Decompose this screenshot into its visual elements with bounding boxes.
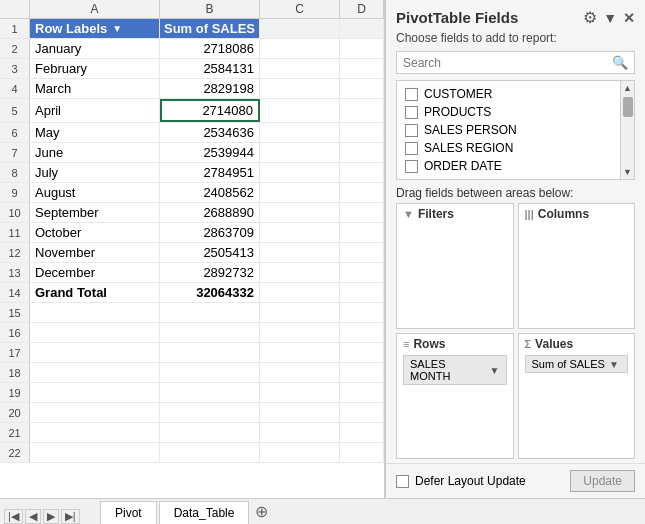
- cell-d: [340, 223, 384, 242]
- col-header-a[interactable]: A: [30, 0, 160, 18]
- cell-d: [340, 203, 384, 222]
- row-num: 21: [0, 423, 30, 442]
- cell-b-empty: [160, 363, 260, 382]
- filters-label: Filters: [418, 207, 454, 221]
- field-item[interactable]: SALES PERSON: [401, 121, 630, 139]
- scroll-thumb[interactable]: [623, 97, 633, 117]
- sales-value[interactable]: 2584131: [160, 59, 260, 78]
- update-button[interactable]: Update: [570, 470, 635, 492]
- pivot-panel-header: PivotTable Fields ⚙ ▼ ✕: [386, 0, 645, 31]
- field-checkbox[interactable]: [405, 124, 418, 137]
- sum-of-sales-header[interactable]: Sum of SALES: [160, 19, 260, 38]
- sales-value[interactable]: 2534636: [160, 123, 260, 142]
- field-checkbox[interactable]: [405, 106, 418, 119]
- cell-c: [260, 59, 340, 78]
- month-label[interactable]: March: [30, 79, 160, 98]
- row-num: 13: [0, 263, 30, 282]
- sales-value[interactable]: 2408562: [160, 183, 260, 202]
- add-sheet-icon[interactable]: ⊕: [255, 502, 268, 521]
- spreadsheet-grid: A B C D 1 Row Labels ▼ Sum of SALES 2 Ja…: [0, 0, 385, 498]
- month-label[interactable]: October: [30, 223, 160, 242]
- cell-c-empty: [260, 403, 340, 422]
- row-num: 14: [0, 283, 30, 302]
- field-item[interactable]: CUSTOMER: [401, 85, 630, 103]
- month-label[interactable]: April: [30, 99, 160, 122]
- row-labels-dropdown-icon[interactable]: ▼: [112, 23, 122, 34]
- month-label[interactable]: August: [30, 183, 160, 202]
- rows-chip-dropdown-icon[interactable]: ▼: [490, 365, 500, 376]
- sales-value[interactable]: 2714080: [160, 99, 260, 122]
- areas-grid: ▼ Filters ||| Columns ≡ Rows: [386, 203, 645, 463]
- tab-next-icon[interactable]: ▶: [43, 509, 59, 524]
- col-header-c[interactable]: C: [260, 0, 340, 18]
- sales-value[interactable]: 2718086: [160, 39, 260, 58]
- rows-chip[interactable]: SALES MONTH ▼: [403, 355, 507, 385]
- filters-area[interactable]: ▼ Filters: [396, 203, 514, 329]
- field-item[interactable]: PRODUCTS: [401, 103, 630, 121]
- filters-header: ▼ Filters: [403, 207, 507, 221]
- tab-first-icon[interactable]: |◀: [4, 509, 23, 524]
- month-label[interactable]: May: [30, 123, 160, 142]
- empty-row: 20: [0, 403, 384, 423]
- search-box[interactable]: 🔍: [396, 51, 635, 74]
- cell-c-empty: [260, 343, 340, 362]
- pivot-table-header-row: 1 Row Labels ▼ Sum of SALES: [0, 19, 384, 39]
- pivot-panel-title: PivotTable Fields: [396, 9, 518, 26]
- search-input[interactable]: [403, 56, 612, 70]
- rows-area[interactable]: ≡ Rows SALES MONTH ▼: [396, 333, 514, 459]
- month-label[interactable]: December: [30, 263, 160, 282]
- month-label[interactable]: Grand Total: [30, 283, 160, 302]
- values-chip[interactable]: Sum of SALES ▼: [525, 355, 629, 373]
- cell-d-empty: [340, 343, 384, 362]
- month-label[interactable]: January: [30, 39, 160, 58]
- scroll-up-icon[interactable]: ▲: [621, 81, 634, 95]
- sales-value[interactable]: 2863709: [160, 223, 260, 242]
- sheet-tab[interactable]: Data_Table: [159, 501, 250, 524]
- field-checkbox[interactable]: [405, 142, 418, 155]
- sales-value[interactable]: 2505413: [160, 243, 260, 262]
- sales-value[interactable]: 2829198: [160, 79, 260, 98]
- field-checkbox[interactable]: [405, 160, 418, 173]
- defer-checkbox[interactable]: [396, 475, 409, 488]
- cell-a-empty: [30, 423, 160, 442]
- defer-label-container: Defer Layout Update: [396, 474, 526, 488]
- settings-icon[interactable]: ⚙: [583, 8, 597, 27]
- values-area[interactable]: Σ Values Sum of SALES ▼: [518, 333, 636, 459]
- field-checkbox[interactable]: [405, 88, 418, 101]
- row-num: 3: [0, 59, 30, 78]
- cell-c-empty: [260, 443, 340, 462]
- columns-label: Columns: [538, 207, 589, 221]
- month-label[interactable]: June: [30, 143, 160, 162]
- close-icon[interactable]: ✕: [623, 10, 635, 26]
- month-label[interactable]: July: [30, 163, 160, 182]
- col-header-b[interactable]: B: [160, 0, 260, 18]
- cell-c-empty: [260, 423, 340, 442]
- tab-prev-icon[interactable]: ◀: [25, 509, 41, 524]
- month-label[interactable]: February: [30, 59, 160, 78]
- columns-header: ||| Columns: [525, 207, 629, 221]
- row-num: 22: [0, 443, 30, 462]
- values-chip-dropdown-icon[interactable]: ▼: [609, 359, 619, 370]
- sales-value[interactable]: 32064332: [160, 283, 260, 302]
- cell-a-empty: [30, 323, 160, 342]
- table-row: 7 June 2539944: [0, 143, 384, 163]
- field-label: SALES REGION: [424, 141, 513, 155]
- field-item[interactable]: SALES REGION: [401, 139, 630, 157]
- cell-d: [340, 123, 384, 142]
- sales-value[interactable]: 2892732: [160, 263, 260, 282]
- row-labels-header[interactable]: Row Labels ▼: [30, 19, 160, 38]
- scroll-down-icon[interactable]: ▼: [621, 165, 634, 179]
- fields-scrollbar[interactable]: ▲ ▼: [620, 81, 634, 179]
- dropdown-chevron-icon[interactable]: ▼: [603, 10, 617, 26]
- col-header-d[interactable]: D: [340, 0, 384, 18]
- month-label[interactable]: November: [30, 243, 160, 262]
- sales-value[interactable]: 2688890: [160, 203, 260, 222]
- field-item[interactable]: ORDER DATE: [401, 157, 630, 175]
- empty-row: 19: [0, 383, 384, 403]
- sheet-tab[interactable]: Pivot: [100, 501, 157, 524]
- tab-last-icon[interactable]: ▶|: [61, 509, 80, 524]
- sales-value[interactable]: 2539944: [160, 143, 260, 162]
- columns-area[interactable]: ||| Columns: [518, 203, 636, 329]
- sales-value[interactable]: 2784951: [160, 163, 260, 182]
- month-label[interactable]: September: [30, 203, 160, 222]
